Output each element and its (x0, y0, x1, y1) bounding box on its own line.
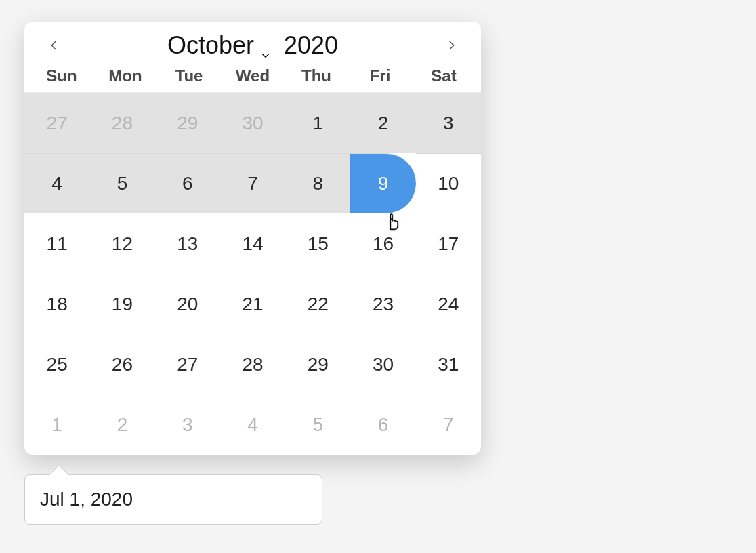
calendar-day[interactable]: 1 (285, 93, 350, 153)
date-input-field[interactable]: Jul 1, 2020 (24, 474, 322, 525)
weekday-header: Wed (221, 66, 285, 85)
weekday-header: Sat (412, 66, 476, 85)
calendar-day[interactable]: 17 (416, 213, 481, 274)
month-label: October (167, 31, 254, 60)
popover-arrow (49, 465, 68, 484)
calendar-day[interactable]: 13 (155, 213, 220, 274)
calendar-day[interactable]: 7 (220, 153, 285, 213)
weekday-header: Sun (30, 66, 93, 85)
calendar-title: October 2020 (167, 31, 338, 60)
weekday-header: Thu (285, 66, 348, 85)
calendar-day[interactable]: 2 (350, 93, 415, 153)
calendar-day[interactable]: 4 (24, 153, 89, 213)
calendar-day[interactable]: 10 (416, 153, 481, 213)
calendar-day[interactable]: 30 (350, 334, 415, 394)
calendar-day[interactable]: 28 (220, 334, 285, 394)
calendar-day[interactable]: 25 (24, 334, 89, 394)
date-picker-panel: October 2020 Sun Mon Tue Wed Thu Fri Sat… (24, 22, 481, 455)
calendar-day[interactable]: 11 (24, 213, 89, 274)
calendar-day[interactable]: 27 (24, 93, 89, 153)
calendar-day[interactable]: 7 (416, 394, 481, 455)
calendar-day[interactable]: 19 (89, 274, 154, 334)
calendar-day[interactable]: 27 (155, 334, 220, 394)
calendar-day[interactable]: 3 (155, 394, 220, 455)
calendar-day[interactable]: 24 (416, 274, 481, 334)
calendar-day[interactable]: 5 (89, 153, 154, 213)
year-select[interactable]: 2020 (284, 31, 338, 60)
weekday-header: Tue (157, 66, 221, 85)
calendar-grid: 2728293012345678910111213141516171819202… (24, 93, 481, 455)
chevron-down-icon (259, 39, 272, 52)
calendar-day[interactable]: 16 (350, 213, 415, 274)
chevron-right-icon (445, 36, 457, 55)
calendar-day[interactable]: 6 (155, 153, 220, 213)
calendar-day[interactable]: 9 (350, 153, 415, 213)
calendar-day[interactable]: 21 (220, 274, 285, 334)
next-month-button[interactable] (438, 32, 465, 59)
calendar-day[interactable]: 29 (155, 93, 220, 153)
chevron-left-icon (48, 36, 60, 55)
calendar-day[interactable]: 2 (89, 394, 154, 455)
date-input-value: Jul 1, 2020 (40, 489, 133, 510)
calendar-day[interactable]: 1 (24, 394, 89, 455)
weekday-header: Mon (93, 66, 157, 85)
calendar-day[interactable]: 28 (89, 93, 154, 153)
calendar-day[interactable]: 6 (350, 394, 415, 455)
calendar-day[interactable]: 26 (89, 334, 154, 394)
calendar-day[interactable]: 4 (220, 394, 285, 455)
calendar-day[interactable]: 8 (285, 153, 350, 213)
calendar-day[interactable]: 14 (220, 213, 285, 274)
weekday-header-row: Sun Mon Tue Wed Thu Fri Sat (24, 64, 481, 93)
calendar-day[interactable]: 12 (89, 213, 154, 274)
calendar-day[interactable]: 29 (285, 334, 350, 394)
calendar-day[interactable]: 15 (285, 213, 350, 274)
weekday-header: Fri (348, 66, 412, 85)
calendar-day[interactable]: 20 (155, 274, 220, 334)
calendar-day[interactable]: 18 (24, 274, 89, 334)
calendar-day[interactable]: 3 (416, 93, 481, 153)
calendar-day[interactable]: 22 (285, 274, 350, 334)
month-select[interactable]: October (167, 31, 272, 60)
calendar-day[interactable]: 31 (416, 334, 481, 394)
calendar-day[interactable]: 5 (285, 394, 350, 455)
calendar-header: October 2020 (24, 22, 481, 64)
calendar-day[interactable]: 23 (350, 274, 415, 334)
calendar-day[interactable]: 30 (220, 93, 285, 153)
prev-month-button[interactable] (41, 32, 68, 59)
